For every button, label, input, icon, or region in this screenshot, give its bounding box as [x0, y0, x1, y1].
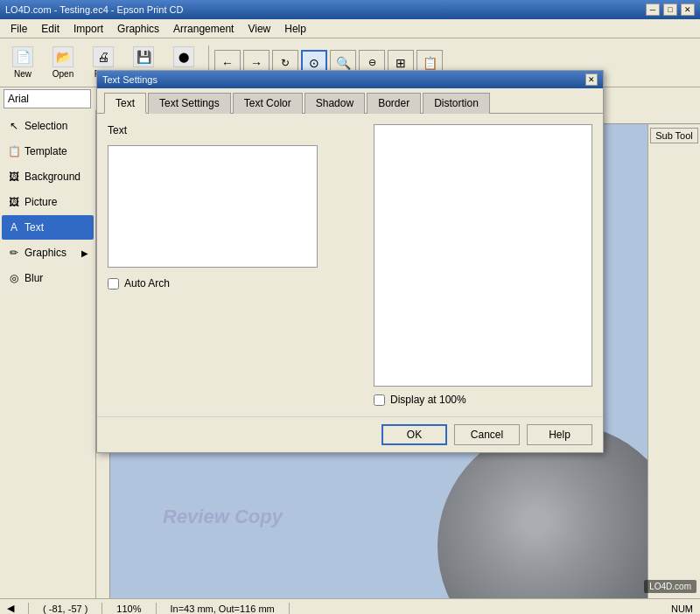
- dialog-text-settings: Text Settings ✕ Text Text Settings Text …: [96, 70, 604, 453]
- status-sep-3: [156, 603, 157, 615]
- status-sep-1: [28, 603, 29, 615]
- sidebar-item-graphics-label: Graphics: [24, 247, 66, 259]
- new-icon: 📄: [12, 46, 33, 67]
- dialog-title-bar: Text Settings ✕: [97, 71, 603, 88]
- coords-display: ( -81, -57 ): [43, 604, 88, 614]
- graphics-icon: ✏: [7, 246, 21, 260]
- menu-file[interactable]: File: [4, 21, 34, 37]
- sub-tool-panel: Sub Tool: [648, 124, 700, 598]
- text-label: Text: [108, 124, 363, 136]
- review-copy-watermark: Review Copy: [163, 506, 283, 528]
- sidebar-item-text-label: Text: [24, 221, 44, 234]
- open-button[interactable]: 📂 Open: [44, 44, 82, 82]
- status-sep-4: [289, 603, 290, 615]
- open-label: Open: [52, 69, 74, 79]
- text-icon: A: [7, 220, 21, 234]
- sidebar: ↖ Selection 📋 Template 🖼 Background 🖼 Pi…: [0, 110, 96, 598]
- text-input-container: [108, 145, 363, 270]
- sidebar-item-text[interactable]: A Text: [2, 215, 94, 240]
- save-icon: 💾: [133, 46, 154, 67]
- menu-view[interactable]: View: [241, 21, 277, 37]
- dialog-footer: OK Cancel Help: [97, 416, 603, 452]
- watermark-text: LO4D.com: [649, 582, 691, 591]
- background-icon: 🖼: [7, 170, 21, 184]
- menu-arrangement[interactable]: Arrangement: [166, 21, 241, 37]
- sidebar-item-selection[interactable]: ↖ Selection: [2, 114, 94, 138]
- sidebar-item-template-label: Template: [24, 145, 67, 157]
- dialog-right-panel: Display at 100%: [374, 124, 592, 406]
- graphics-arrow: ▶: [81, 248, 88, 258]
- zoom-display: 110%: [116, 604, 141, 614]
- ok-button[interactable]: OK: [382, 424, 447, 445]
- tab-border[interactable]: Border: [367, 93, 421, 114]
- new-button[interactable]: 📄 New: [4, 44, 42, 82]
- cancel-button[interactable]: Cancel: [454, 424, 520, 445]
- tab-shadow[interactable]: Shadow: [304, 93, 365, 114]
- sidebar-item-selection-label: Selection: [24, 120, 67, 132]
- blur-icon: ◎: [7, 271, 21, 285]
- menu-graphics[interactable]: Graphics: [110, 21, 166, 37]
- dialog-body: Text Auto Arch Display at 100%: [97, 114, 603, 416]
- sidebar-item-blur-label: Blur: [24, 272, 43, 284]
- sub-tool-header: Sub Tool: [650, 128, 698, 143]
- minimize-btn[interactable]: ─: [646, 3, 660, 16]
- font-name-input[interactable]: [4, 89, 91, 108]
- menu-help[interactable]: Help: [277, 21, 313, 37]
- picture-icon: 🖼: [7, 195, 21, 209]
- sidebar-item-blur[interactable]: ◎ Blur: [2, 266, 94, 290]
- sidebar-item-template[interactable]: 📋 Template: [2, 139, 94, 164]
- display-100-checkbox[interactable]: [374, 394, 385, 406]
- display-100-row: Display at 100%: [374, 394, 592, 406]
- dimensions-display: In=43 mm, Out=116 mm: [171, 604, 275, 614]
- selection-icon: ↖: [7, 119, 21, 133]
- new-label: New: [14, 69, 32, 79]
- dialog-tabs: Text Text Settings Text Color Shadow Bor…: [97, 88, 603, 114]
- auto-arch-row: Auto Arch: [108, 277, 363, 290]
- watermark: LO4D.com: [644, 580, 696, 593]
- numlock-display: NUM: [671, 604, 693, 614]
- auto-arch-label: Auto Arch: [124, 277, 170, 290]
- title-bar: LO4D.com - Testing.ec4 - Epson Print CD …: [0, 0, 700, 19]
- tab-text-settings[interactable]: Text Settings: [148, 93, 231, 114]
- window-controls: ─ □ ✕: [646, 3, 695, 16]
- help-button[interactable]: Help: [527, 424, 592, 445]
- sidebar-item-background[interactable]: 🖼 Background: [2, 164, 94, 189]
- auto-arch-checkbox[interactable]: [108, 278, 119, 290]
- sidebar-item-picture-label: Picture: [24, 196, 57, 208]
- dialog-title: Text Settings: [102, 74, 158, 85]
- open-icon: 📂: [52, 46, 74, 67]
- window-title: LO4D.com - Testing.ec4 - Epson Print CD: [5, 4, 183, 15]
- display-100-label: Display at 100%: [390, 394, 466, 406]
- sidebar-item-background-label: Background: [24, 171, 80, 183]
- menu-bar: File Edit Import Graphics Arrangement Vi…: [0, 19, 700, 38]
- sidebar-item-graphics[interactable]: ✏ Graphics ▶: [2, 241, 94, 265]
- print-icon: 🖨: [93, 46, 114, 67]
- menu-import[interactable]: Import: [66, 21, 110, 37]
- menu-edit[interactable]: Edit: [34, 21, 66, 37]
- status-bar: ◀ ( -81, -57 ) 110% In=43 mm, Out=116 mm…: [0, 598, 700, 614]
- tab-text-color[interactable]: Text Color: [233, 93, 303, 114]
- maximize-btn[interactable]: □: [663, 3, 677, 16]
- template-icon: 📋: [7, 144, 21, 158]
- close-btn[interactable]: ✕: [681, 3, 695, 16]
- text-input[interactable]: [108, 145, 318, 268]
- diameter-icon: ⬤: [173, 46, 194, 67]
- sidebar-item-picture[interactable]: 🖼 Picture: [2, 190, 94, 214]
- scroll-left-btn[interactable]: ◀: [7, 603, 14, 614]
- dialog-close-btn[interactable]: ✕: [585, 73, 598, 86]
- dialog-left-panel: Text Auto Arch: [108, 124, 363, 406]
- status-sep-2: [102, 603, 102, 615]
- tab-text[interactable]: Text: [104, 93, 146, 114]
- tab-distortion[interactable]: Distortion: [423, 93, 490, 114]
- text-preview-area: [374, 124, 592, 387]
